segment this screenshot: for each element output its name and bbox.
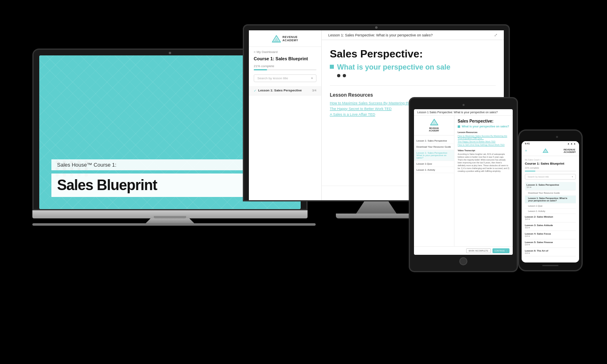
phone-subitem-3[interactable]: Lesson 1-Quiz	[525, 203, 576, 209]
bullet-box	[330, 65, 334, 69]
tablet-toolbar-title: Lesson 1 Sales Perspective: What is your…	[417, 111, 498, 114]
phone-progress-text: 21% complete	[525, 167, 576, 169]
sidebar-logo-svg	[272, 35, 281, 42]
phone-subitem-2[interactable]: Lesson 1: Sales Perspective: What Is you…	[525, 196, 576, 203]
tablet-resource-3[interactable]: How to Sell (And Stop Selling) About Wor…	[458, 144, 509, 146]
tablet-transcript: Video Transcript According to Sales Insi…	[458, 149, 509, 173]
sidebar-lesson-item[interactable]: ✓ Lesson 1: Sales Perspective 3/4	[249, 86, 321, 95]
check-icon: ✓	[254, 89, 257, 93]
monitor-toolbar: Lesson 1: Sales Perspective: What is you…	[322, 30, 504, 40]
toolbar-expand-icon[interactable]: ⤢	[494, 33, 497, 37]
tablet-sidebar: REVENUE ACADEMY Lesson 1: Sales Perspect…	[414, 116, 454, 246]
phone-lesson-count-1: 3/4 ▾	[526, 186, 574, 188]
tablet-screen: Lesson 1 Sales Perspective: What is your…	[414, 109, 513, 255]
monitor-camera	[375, 26, 378, 29]
sidebar-lesson-count: 3/4	[312, 89, 316, 92]
phone-lesson-count-2: 3/4 ▾	[525, 218, 576, 220]
phone-search[interactable]: Search by lesson title ▾	[525, 174, 576, 180]
bullet-dots	[337, 74, 496, 77]
sales-bullet-row: What is your perspective on sale	[330, 63, 496, 72]
phone-subitem-1[interactable]: Download Your Resource Guide	[525, 190, 576, 196]
tablet-lesson-5[interactable]: Lesson 1: Activity	[414, 167, 454, 173]
tablet-lesson-1[interactable]: Lesson 1: Sales Perspective	[414, 138, 454, 144]
tablet-footer: MARK INCOMPLETE CONTINUE →	[414, 246, 513, 255]
phone-logo-svg	[543, 148, 548, 153]
tablet-bullet-box	[458, 125, 460, 128]
sidebar-course-title: Course 1: Sales Blueprint	[249, 56, 321, 61]
phone-lesson-5[interactable]: Lesson 5: Sales Finesse 0/4 ▾	[525, 239, 576, 248]
tablet-lesson-4[interactable]: Lesson 1-Quiz	[414, 161, 454, 167]
tablet-mark-incomplete-button[interactable]: MARK INCOMPLETE	[466, 248, 490, 253]
sidebar-lesson-name: Lesson 1: Sales Perspective	[258, 89, 302, 93]
tablet-heading: Sales Perspective:	[458, 119, 509, 123]
phone-lesson-6[interactable]: Lesson 6: The Art of 0/4 ▾	[525, 248, 576, 256]
phone-status-icons: ▲ ▲ ▲	[567, 142, 576, 145]
tablet-camera	[463, 104, 465, 106]
tablet-main: Sales Perspective: What is your perspect…	[454, 116, 513, 246]
phone-lesson-3[interactable]: Lesson 3: Sales Attitude 4/5 ▾	[525, 222, 576, 231]
tablet-content: REVENUE ACADEMY Lesson 1: Sales Perspect…	[414, 116, 513, 246]
sidebar-progress-fill	[254, 69, 267, 70]
sidebar-logo: REVENUE ACADEMY	[249, 35, 321, 47]
phone-lesson-4[interactable]: Lesson 4: Sales Focus 0/4 ▾	[525, 231, 576, 239]
scene: REVENUE ACADEMY Sales House™ Course 1: S…	[0, 0, 607, 364]
tablet-bullet: What is your perspective on sales?	[458, 125, 509, 128]
laptop-foot	[32, 223, 316, 226]
phone: 9:41 ▲ ▲ ▲ ✕ REVENUE ACADEMY	[518, 129, 583, 271]
phone-outer: 9:41 ▲ ▲ ▲ ✕ REVENUE ACADEMY	[518, 129, 583, 271]
monitor-base-bar	[336, 214, 417, 218]
sidebar-lesson-left: ✓ Lesson 1: Sales Perspective	[254, 89, 302, 93]
tablet-home-button[interactable]	[459, 257, 467, 265]
tablet-transcript-title: Video Transcript	[458, 149, 509, 152]
phone-lesson-count-6: 0/4 ▾	[525, 252, 576, 254]
phone-lesson-2[interactable]: Lesson 2: Sales Mindset 3/4 ▾	[525, 214, 576, 222]
phone-search-chevron: ▾	[572, 176, 573, 178]
phone-home-bar[interactable]	[542, 265, 558, 266]
phone-subitem-4[interactable]: Lesson 1: Activity	[525, 209, 576, 214]
tablet-toolbar: Lesson 1 Sales Perspective: What is your…	[414, 109, 513, 116]
phone-header: ✕ REVENUE ACADEMY	[522, 146, 579, 156]
tablet-resource-1[interactable]: How to Maximize Sales Success By Masteri…	[458, 135, 509, 140]
phone-front-camera	[556, 136, 558, 138]
phone-content: My Sales Coach > Course 1: Sales Bluepri…	[522, 156, 579, 262]
sidebar-progress-bar	[254, 69, 316, 70]
tablet-resources: Lesson Resources How to Maximize Sales S…	[458, 131, 509, 146]
phone-logo	[543, 147, 548, 154]
phone-screen: 9:41 ▲ ▲ ▲ ✕ REVENUE ACADEMY	[522, 141, 579, 262]
sales-heading: Sales Perspective:	[330, 48, 496, 60]
tablet-logo-svg	[430, 119, 438, 125]
phone-progress-bar	[525, 171, 576, 171]
phone-lesson-expanded[interactable]: Lesson 1: Sales Perspective 3/4 ▾	[525, 182, 576, 190]
bullet-dot-2	[343, 74, 346, 77]
tablet-bullet-text: What is your perspective on sales?	[462, 125, 509, 128]
sidebar-search-chevron: ▾	[311, 76, 313, 80]
tablet-logo: REVENUE ACADEMY	[414, 119, 454, 135]
bullet-dot-1	[337, 74, 340, 77]
toolbar-title: Lesson 1: Sales Perspective: What is you…	[328, 33, 433, 37]
phone-logo-text2: ACADEMY	[564, 151, 576, 153]
phone-search-placeholder: Search by lesson title	[528, 176, 549, 178]
phone-back-button[interactable]: ✕	[525, 149, 527, 152]
sidebar-breadcrumb[interactable]: < My Dashboard	[249, 50, 321, 54]
laptop-stand	[146, 218, 194, 223]
tablet-lesson-3[interactable]: Lesson 1: Sales Perspective: What Is you…	[414, 150, 454, 161]
tablet-continue-button[interactable]: CONTINUE →	[492, 248, 510, 253]
laptop-camera	[169, 52, 171, 54]
phone-lesson-count-3: 4/5 ▾	[525, 226, 576, 229]
sidebar-search[interactable]: Search by lesson title ▾	[254, 74, 316, 82]
phone-time: 9:41	[525, 142, 530, 145]
phone-progress-fill	[525, 171, 535, 171]
monitor-neck	[356, 201, 397, 214]
tablet-lesson-2[interactable]: Download Your Resource Guide	[414, 144, 454, 150]
sidebar-progress-text: 21% complete	[249, 64, 321, 70]
phone-lesson-count-5: 0/4 ▾	[525, 243, 576, 246]
tablet-resource-2[interactable]: The Happy Secret to Better Work TED	[458, 140, 509, 143]
phone-breadcrumb: My Sales Coach >	[525, 159, 576, 161]
sidebar-logo-text2: ACADEMY	[282, 39, 298, 42]
phone-lesson-count-4: 0/4 ▾	[525, 235, 576, 237]
sidebar-logo-text1: REVENUE	[282, 36, 298, 39]
bullet-text: What is your perspective on sale	[337, 63, 450, 72]
tablet-transcript-text: According to Sales Insights Lab, 61% of …	[458, 153, 509, 173]
phone-course-title: Course 1: Sales Blueprint	[525, 162, 576, 165]
monitor-sidebar: REVENUE ACADEMY < My Dashboard Course 1:…	[249, 30, 322, 200]
